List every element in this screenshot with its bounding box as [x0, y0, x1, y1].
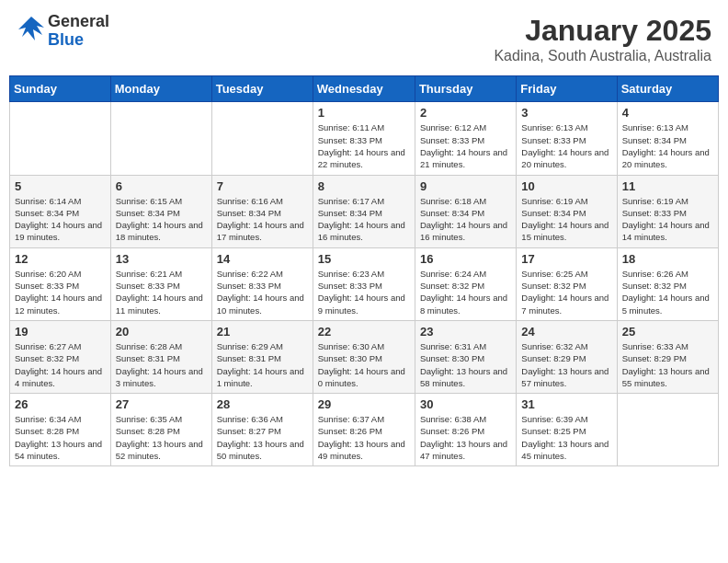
logo: General Blue	[17, 13, 109, 50]
calendar-cell: 12Sunrise: 6:20 AM Sunset: 8:33 PM Dayli…	[10, 247, 111, 320]
day-info: Sunrise: 6:24 AM Sunset: 8:32 PM Dayligh…	[420, 268, 511, 316]
calendar-week-row: 1Sunrise: 6:11 AM Sunset: 8:33 PM Daylig…	[10, 102, 719, 175]
calendar-cell: 23Sunrise: 6:31 AM Sunset: 8:30 PM Dayli…	[415, 320, 516, 393]
day-info: Sunrise: 6:25 AM Sunset: 8:32 PM Dayligh…	[521, 268, 611, 316]
day-number: 10	[521, 179, 611, 193]
day-number: 12	[15, 252, 106, 266]
day-info: Sunrise: 6:18 AM Sunset: 8:34 PM Dayligh…	[420, 195, 511, 244]
calendar-week-row: 19Sunrise: 6:27 AM Sunset: 8:32 PM Dayli…	[10, 320, 719, 393]
logo-bird-icon	[17, 15, 46, 48]
day-number: 22	[318, 325, 410, 339]
calendar-cell: 29Sunrise: 6:37 AM Sunset: 8:26 PM Dayli…	[313, 394, 415, 466]
weekday-header-sunday: Sunday	[10, 76, 111, 102]
day-number: 17	[521, 252, 611, 266]
day-number: 18	[622, 252, 713, 266]
calendar-cell: 28Sunrise: 6:36 AM Sunset: 8:27 PM Dayli…	[211, 394, 313, 466]
day-info: Sunrise: 6:15 AM Sunset: 8:34 PM Dayligh…	[116, 195, 207, 244]
calendar-cell: 2Sunrise: 6:12 AM Sunset: 8:33 PM Daylig…	[415, 102, 516, 175]
day-number: 25	[622, 325, 713, 339]
calendar-cell	[617, 394, 718, 466]
weekday-header-wednesday: Wednesday	[313, 76, 415, 102]
calendar-cell: 8Sunrise: 6:17 AM Sunset: 8:34 PM Daylig…	[313, 175, 415, 247]
calendar-cell: 24Sunrise: 6:32 AM Sunset: 8:29 PM Dayli…	[517, 320, 617, 393]
day-info: Sunrise: 6:33 AM Sunset: 8:29 PM Dayligh…	[622, 340, 713, 389]
weekday-header-monday: Monday	[110, 76, 211, 102]
day-number: 5	[15, 179, 106, 193]
day-info: Sunrise: 6:19 AM Sunset: 8:34 PM Dayligh…	[521, 195, 611, 244]
calendar-cell: 13Sunrise: 6:21 AM Sunset: 8:33 PM Dayli…	[110, 247, 211, 320]
day-number: 16	[420, 252, 511, 266]
day-info: Sunrise: 6:20 AM Sunset: 8:33 PM Dayligh…	[15, 268, 106, 316]
calendar-cell: 26Sunrise: 6:34 AM Sunset: 8:28 PM Dayli…	[10, 394, 111, 466]
day-info: Sunrise: 6:26 AM Sunset: 8:32 PM Dayligh…	[622, 268, 713, 316]
weekday-header-thursday: Thursday	[415, 76, 516, 102]
weekday-header-tuesday: Tuesday	[211, 76, 313, 102]
day-info: Sunrise: 6:16 AM Sunset: 8:34 PM Dayligh…	[217, 195, 308, 244]
calendar-cell: 15Sunrise: 6:23 AM Sunset: 8:33 PM Dayli…	[313, 247, 415, 320]
calendar-cell: 30Sunrise: 6:38 AM Sunset: 8:26 PM Dayli…	[415, 394, 516, 466]
day-info: Sunrise: 6:11 AM Sunset: 8:33 PM Dayligh…	[318, 121, 410, 170]
calendar-cell: 3Sunrise: 6:13 AM Sunset: 8:33 PM Daylig…	[517, 102, 617, 175]
day-number: 2	[420, 106, 511, 120]
day-number: 7	[217, 179, 308, 193]
day-info: Sunrise: 6:30 AM Sunset: 8:30 PM Dayligh…	[318, 340, 410, 389]
day-number: 23	[420, 325, 511, 339]
calendar-week-row: 12Sunrise: 6:20 AM Sunset: 8:33 PM Dayli…	[10, 247, 719, 320]
day-number: 29	[318, 397, 410, 411]
logo-general-text: General	[48, 13, 109, 31]
day-number: 1	[318, 106, 410, 120]
calendar-cell	[211, 102, 313, 175]
calendar-cell: 16Sunrise: 6:24 AM Sunset: 8:32 PM Dayli…	[415, 247, 516, 320]
calendar-cell: 9Sunrise: 6:18 AM Sunset: 8:34 PM Daylig…	[415, 175, 516, 247]
day-info: Sunrise: 6:37 AM Sunset: 8:26 PM Dayligh…	[318, 413, 410, 462]
calendar-cell: 17Sunrise: 6:25 AM Sunset: 8:32 PM Dayli…	[517, 247, 617, 320]
calendar-title: January 2025	[494, 13, 711, 48]
calendar-cell: 31Sunrise: 6:39 AM Sunset: 8:25 PM Dayli…	[517, 394, 617, 466]
calendar-cell: 10Sunrise: 6:19 AM Sunset: 8:34 PM Dayli…	[517, 175, 617, 247]
calendar-cell: 7Sunrise: 6:16 AM Sunset: 8:34 PM Daylig…	[211, 175, 313, 247]
calendar-cell: 22Sunrise: 6:30 AM Sunset: 8:30 PM Dayli…	[313, 320, 415, 393]
day-info: Sunrise: 6:32 AM Sunset: 8:29 PM Dayligh…	[521, 340, 611, 389]
day-info: Sunrise: 6:28 AM Sunset: 8:31 PM Dayligh…	[116, 340, 207, 389]
day-info: Sunrise: 6:13 AM Sunset: 8:34 PM Dayligh…	[622, 121, 713, 170]
calendar-cell: 5Sunrise: 6:14 AM Sunset: 8:34 PM Daylig…	[10, 175, 111, 247]
day-number: 4	[622, 106, 713, 120]
title-block: January 2025 Kadina, South Australia, Au…	[494, 13, 711, 64]
calendar-cell	[110, 102, 211, 175]
calendar-cell	[10, 102, 111, 175]
day-info: Sunrise: 6:21 AM Sunset: 8:33 PM Dayligh…	[116, 268, 207, 316]
weekday-header-saturday: Saturday	[617, 76, 718, 102]
day-info: Sunrise: 6:13 AM Sunset: 8:33 PM Dayligh…	[521, 121, 611, 170]
day-info: Sunrise: 6:36 AM Sunset: 8:27 PM Dayligh…	[217, 413, 308, 462]
calendar-cell: 21Sunrise: 6:29 AM Sunset: 8:31 PM Dayli…	[211, 320, 313, 393]
day-info: Sunrise: 6:39 AM Sunset: 8:25 PM Dayligh…	[521, 413, 611, 462]
weekday-header-row: SundayMondayTuesdayWednesdayThursdayFrid…	[10, 76, 719, 102]
day-number: 8	[318, 179, 410, 193]
day-info: Sunrise: 6:31 AM Sunset: 8:30 PM Dayligh…	[420, 340, 511, 389]
day-number: 26	[15, 397, 106, 411]
logo-blue-text: Blue	[48, 31, 109, 50]
logo-text: General Blue	[48, 13, 109, 50]
calendar-cell: 25Sunrise: 6:33 AM Sunset: 8:29 PM Dayli…	[617, 320, 718, 393]
calendar-cell: 6Sunrise: 6:15 AM Sunset: 8:34 PM Daylig…	[110, 175, 211, 247]
day-number: 9	[420, 179, 511, 193]
day-number: 21	[217, 325, 308, 339]
day-number: 20	[116, 325, 207, 339]
day-info: Sunrise: 6:34 AM Sunset: 8:28 PM Dayligh…	[15, 413, 106, 462]
day-number: 11	[622, 179, 713, 193]
calendar-cell: 11Sunrise: 6:19 AM Sunset: 8:33 PM Dayli…	[617, 175, 718, 247]
day-info: Sunrise: 6:38 AM Sunset: 8:26 PM Dayligh…	[420, 413, 511, 462]
page-header: General Blue January 2025 Kadina, South …	[9, 9, 719, 68]
svg-marker-0	[18, 17, 44, 40]
day-info: Sunrise: 6:14 AM Sunset: 8:34 PM Dayligh…	[15, 195, 106, 244]
day-number: 30	[420, 397, 511, 411]
day-number: 13	[116, 252, 207, 266]
calendar-cell: 20Sunrise: 6:28 AM Sunset: 8:31 PM Dayli…	[110, 320, 211, 393]
day-info: Sunrise: 6:27 AM Sunset: 8:32 PM Dayligh…	[15, 340, 106, 389]
weekday-header-friday: Friday	[517, 76, 617, 102]
day-number: 3	[521, 106, 611, 120]
calendar-cell: 4Sunrise: 6:13 AM Sunset: 8:34 PM Daylig…	[617, 102, 718, 175]
day-info: Sunrise: 6:17 AM Sunset: 8:34 PM Dayligh…	[318, 195, 410, 244]
day-info: Sunrise: 6:35 AM Sunset: 8:28 PM Dayligh…	[116, 413, 207, 462]
day-number: 24	[521, 325, 611, 339]
